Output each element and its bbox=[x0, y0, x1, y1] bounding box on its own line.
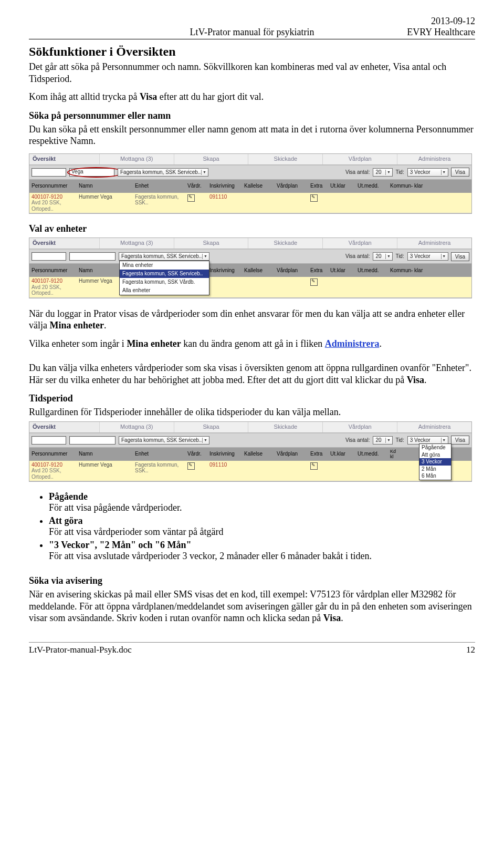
tab-skapa[interactable]: Skapa bbox=[174, 154, 249, 164]
visa-button[interactable]: Visa bbox=[451, 252, 469, 261]
avisering-text: När en avisering skickas på mail eller S… bbox=[29, 588, 475, 624]
grid-data-row[interactable]: 400107-9120 Avd 20 SSK, Ortoped.. Hummer… bbox=[29, 461, 471, 482]
grid-data-row[interactable]: 400107-9120 Avd 20 SSK, Ortoped.. Hummer… bbox=[29, 277, 471, 298]
intro-paragraph-2: Kom ihåg att alltid trycka på Visa efter… bbox=[29, 91, 475, 103]
tab-administrera[interactable]: Administrera bbox=[397, 422, 471, 432]
tid-select[interactable]: 3 Veckor bbox=[407, 252, 448, 261]
tid-option[interactable]: 2 Mån bbox=[419, 466, 451, 473]
enhet-option[interactable]: Mina enheter bbox=[120, 261, 209, 270]
chevron-down-icon bbox=[385, 254, 391, 259]
visa-button[interactable]: Visa bbox=[451, 168, 469, 177]
tab-skickade[interactable]: Skickade bbox=[248, 238, 323, 249]
list-item: Pågående För att visa pågående vårdperio… bbox=[49, 491, 475, 513]
namn-input[interactable] bbox=[69, 252, 116, 261]
namn-input[interactable]: Vega bbox=[69, 168, 114, 177]
namn-input[interactable] bbox=[69, 436, 116, 445]
grid-header-row: Personnummer Namn Enhet Vårdr. Inskrivni… bbox=[29, 180, 471, 193]
page-header: LtV-Prator manual för psykiatrin 2013-09… bbox=[29, 16, 475, 39]
chevron-down-icon bbox=[385, 438, 391, 443]
edit-icon[interactable] bbox=[187, 194, 195, 202]
edit-icon[interactable] bbox=[310, 278, 318, 286]
tab-administrera[interactable]: Administrera bbox=[397, 238, 471, 249]
tid-select[interactable]: 3 Veckor bbox=[407, 168, 448, 177]
tab-oversikt[interactable]: Översikt bbox=[29, 422, 100, 432]
tab-skapa[interactable]: Skapa bbox=[174, 422, 249, 432]
chevron-down-icon bbox=[441, 170, 447, 175]
cell-vardr bbox=[187, 194, 208, 212]
tab-skickade[interactable]: Skickade bbox=[248, 422, 323, 432]
chevron-down-icon bbox=[201, 170, 207, 175]
filter-bar: Fagersta kommun, SSK Serviceb.. Mina enh… bbox=[29, 249, 471, 264]
enhet-select[interactable]: Fagersta kommun, SSK Serviceb.. Mina enh… bbox=[119, 252, 209, 261]
enhet-select[interactable]: Fagersta kommun, SSK Serviceb.. bbox=[118, 168, 208, 177]
grid-header-row: Personnummer Namn Enhet Vårdr. Inskrivni… bbox=[29, 264, 471, 277]
cell-personnummer: 400107-9120 Avd 20 SSK, Ortoped.. bbox=[32, 194, 78, 212]
instruction-paragraph: Du kan välja vilka enheters vårdperioder… bbox=[29, 362, 475, 386]
cell-namn: Hummer Vega bbox=[79, 194, 134, 212]
subhead1-text: Du kan söka på ett enskilt personnummer … bbox=[29, 123, 475, 147]
doc-company: EVRY Healthcare bbox=[364, 27, 476, 38]
tab-bar: Översikt Mottagna (3) Skapa Skickade Vår… bbox=[29, 422, 471, 433]
footer-page-number: 12 bbox=[466, 645, 475, 655]
enhet-option[interactable]: Fagersta kommun, SSK Serviceb.. bbox=[120, 270, 209, 278]
tid-option[interactable]: Pågående bbox=[419, 444, 451, 451]
time-period-bullet-list: Pågående För att visa pågående vårdperio… bbox=[49, 491, 475, 562]
tab-vardplan[interactable]: Vårdplan bbox=[323, 154, 397, 164]
cell-extra bbox=[310, 194, 329, 212]
tidsperiod-text: Rullgardinen för Tidsperioder innehåller… bbox=[29, 406, 475, 418]
overview-screenshot-1: Översikt Mottagna (3) Skapa Skickade Vår… bbox=[29, 153, 472, 214]
after-shot2-paragraph-2: Vilka enheter som ingår i Mina enheter k… bbox=[29, 338, 475, 350]
edit-icon[interactable] bbox=[310, 194, 318, 202]
tab-vardplan[interactable]: Vårdplan bbox=[323, 422, 397, 432]
tid-option[interactable]: 6 Mån bbox=[419, 472, 451, 480]
visa-antal-label: Visa antal: bbox=[345, 169, 371, 175]
visa-antal-select[interactable]: 20 bbox=[373, 252, 393, 261]
tid-option[interactable]: Att göra bbox=[419, 451, 451, 459]
subhead-tidsperiod: Tidsperiod bbox=[29, 393, 475, 404]
tab-oversikt[interactable]: Översikt bbox=[29, 238, 100, 249]
subhead-soka-via-avisering: Söka via avisering bbox=[29, 575, 475, 586]
visa-antal-select[interactable]: 20 bbox=[373, 436, 393, 445]
overview-screenshot-2: Översikt Mottagna (3) Skapa Skickade Vår… bbox=[29, 237, 472, 298]
grid-header-row: Personnummer Namn Enhet Vårdr. Inskrivni… bbox=[29, 448, 471, 461]
tab-mottagna[interactable]: Mottagna (3) bbox=[100, 154, 174, 164]
doc-date: 2013-09-12 bbox=[364, 16, 476, 27]
enhet-option[interactable]: Fagersta kommun, SSK Vårdb. bbox=[120, 278, 209, 286]
tab-skapa[interactable]: Skapa bbox=[174, 238, 249, 249]
tab-mottagna[interactable]: Mottagna (3) bbox=[100, 422, 174, 432]
intro-paragraph-1: Det går att söka på Personnummer och nam… bbox=[29, 61, 475, 85]
chevron-down-icon bbox=[202, 438, 208, 443]
tab-skickade[interactable]: Skickade bbox=[248, 154, 323, 164]
overview-screenshot-3: Översikt Mottagna (3) Skapa Skickade Vår… bbox=[29, 421, 472, 482]
administrera-link[interactable]: Administrera bbox=[325, 338, 380, 349]
tid-dropdown-panel: Pågående Att göra 3 Veckor 2 Mån 6 Mån bbox=[419, 443, 452, 480]
tid-label: Tid: bbox=[395, 169, 404, 175]
tab-administrera[interactable]: Administrera bbox=[397, 154, 471, 164]
filter-bar: Vega Fagersta kommun, SSK Serviceb.. Vis… bbox=[29, 165, 471, 180]
list-item: Att göra För att visa vårdperioder som v… bbox=[49, 515, 475, 538]
cell-enhet: Fagersta kommun, SSK.. bbox=[135, 194, 186, 212]
personnummer-input[interactable] bbox=[32, 252, 66, 261]
grid-data-row[interactable]: 400107-9120 Avd 20 SSK, Ortoped.. Hummer… bbox=[29, 193, 471, 214]
edit-icon[interactable] bbox=[310, 462, 318, 470]
chevron-down-icon bbox=[202, 254, 208, 259]
tab-mottagna[interactable]: Mottagna (3) bbox=[100, 238, 174, 249]
edit-icon[interactable] bbox=[187, 462, 195, 470]
subhead-search-pnr-name: Söka på personnummer eller namn bbox=[29, 110, 475, 121]
enhet-option[interactable]: Alla enheter bbox=[120, 286, 209, 295]
tab-bar: Översikt Mottagna (3) Skapa Skickade Vår… bbox=[29, 154, 471, 165]
tab-oversikt[interactable]: Översikt bbox=[29, 154, 100, 164]
visa-button[interactable]: Visa bbox=[451, 436, 469, 445]
chevron-down-icon bbox=[441, 438, 447, 443]
chevron-down-icon bbox=[441, 254, 447, 259]
footer-filename: LtV-Prator-manual-Psyk.doc bbox=[29, 645, 132, 655]
personnummer-input[interactable] bbox=[32, 436, 66, 445]
after-shot2-paragraph-1: När du loggar in Prator visas de vårdper… bbox=[29, 308, 475, 332]
tid-option[interactable]: 3 Veckor bbox=[419, 458, 451, 466]
section-title: Sökfunktioner i Översikten bbox=[29, 45, 475, 59]
personnummer-input[interactable] bbox=[32, 168, 66, 177]
visa-antal-select[interactable]: 20 bbox=[373, 168, 393, 177]
list-item: "3 Veckor", "2 Mån" och "6 Mån" För att … bbox=[49, 540, 475, 562]
enhet-select[interactable]: Fagersta kommun, SSK Serviceb.. bbox=[119, 436, 209, 445]
tab-vardplan[interactable]: Vårdplan bbox=[323, 238, 397, 249]
